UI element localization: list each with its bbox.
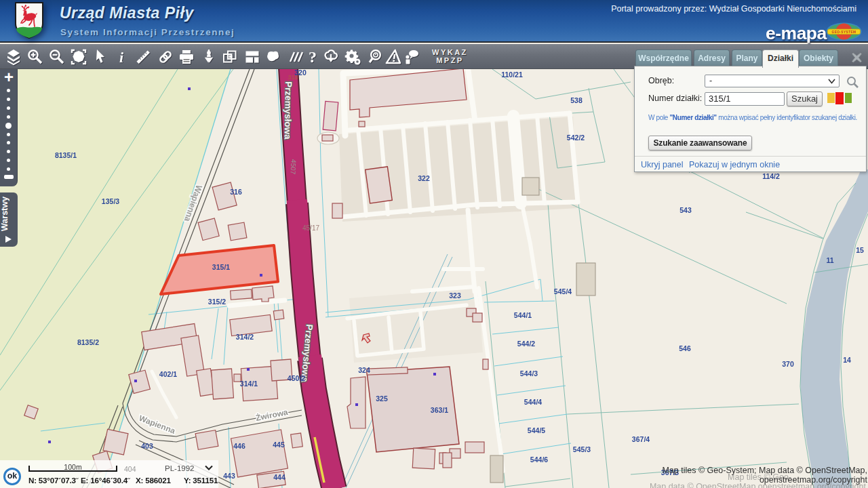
- svg-text:544/3: 544/3: [520, 369, 538, 378]
- svg-text:544/4: 544/4: [524, 398, 542, 406]
- svg-text:315/2: 315/2: [208, 298, 226, 306]
- svg-text:544/5: 544/5: [528, 426, 545, 434]
- svg-text:15: 15: [856, 246, 864, 254]
- svg-text:135/3: 135/3: [102, 197, 119, 205]
- svg-text:546: 546: [679, 344, 691, 352]
- svg-text:i: i: [119, 49, 124, 66]
- svg-text:403: 403: [141, 442, 153, 450]
- svg-text:GEO-SYSTEM: GEO-SYSTEM: [832, 30, 856, 34]
- svg-text:445: 445: [273, 441, 285, 449]
- svg-text:370: 370: [782, 360, 794, 368]
- svg-text:324: 324: [358, 366, 370, 374]
- svg-text:45/17: 45/17: [302, 224, 319, 232]
- svg-text:110/21: 110/21: [501, 70, 523, 79]
- svg-text:322: 322: [418, 174, 430, 182]
- svg-text:314/1: 314/1: [240, 380, 258, 388]
- svg-text:315/1: 315/1: [212, 263, 230, 271]
- svg-text:545/4: 545/4: [554, 287, 572, 296]
- svg-text:Przemysłowa: Przemysłowa: [282, 81, 293, 140]
- svg-text:544/1: 544/1: [514, 311, 532, 319]
- svg-text:14: 14: [843, 356, 851, 364]
- svg-text:4507: 4507: [289, 159, 297, 175]
- svg-text:545/3: 545/3: [573, 445, 591, 453]
- svg-text:?: ?: [309, 48, 317, 66]
- svg-text:363/1: 363/1: [431, 406, 448, 414]
- svg-text:325: 325: [376, 394, 388, 403]
- svg-text:314/2: 314/2: [236, 333, 254, 341]
- svg-text:8135/2: 8135/2: [77, 338, 99, 346]
- svg-text:318: 318: [288, 74, 298, 81]
- svg-text:114/2: 114/2: [762, 172, 780, 180]
- svg-text:8135/1: 8135/1: [55, 151, 77, 159]
- svg-text:367/4: 367/4: [632, 435, 650, 443]
- svg-text:402/1: 402/1: [159, 370, 177, 378]
- svg-text:538: 538: [570, 96, 583, 104]
- svg-text:446: 446: [233, 442, 245, 450]
- svg-text:323: 323: [449, 291, 461, 300]
- svg-text:11: 11: [826, 256, 833, 264]
- svg-text:316: 316: [230, 188, 242, 196]
- svg-text:542/2: 542/2: [567, 134, 585, 142]
- svg-text:450/2: 450/2: [288, 374, 305, 382]
- svg-text:544/2: 544/2: [517, 340, 535, 348]
- svg-text:543: 543: [679, 206, 692, 214]
